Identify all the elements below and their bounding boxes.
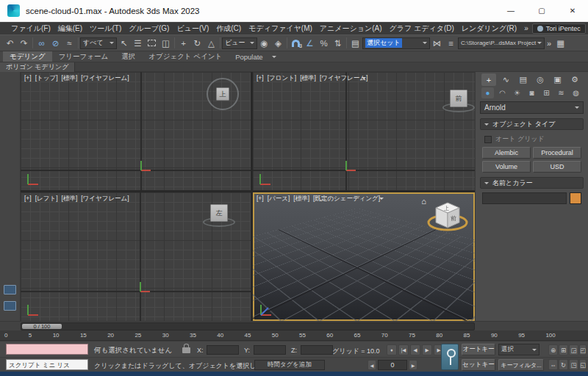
viewport-label[interactable]: [既定のシェーディング] bbox=[313, 195, 380, 203]
cameras-category-button[interactable]: ◙ bbox=[526, 87, 538, 98]
mirror-button[interactable]: ⋈ bbox=[430, 36, 444, 50]
x-coordinate-field[interactable] bbox=[207, 345, 239, 355]
viewport-layout-tab-icon[interactable] bbox=[4, 301, 16, 311]
reference-coordinate-dropdown[interactable]: ビュー bbox=[222, 37, 257, 49]
menu-overflow-button[interactable]: » bbox=[520, 24, 532, 32]
select-and-move-button[interactable]: + bbox=[176, 36, 190, 50]
current-frame-field[interactable]: 0 bbox=[378, 360, 407, 370]
align-button[interactable]: ≡ bbox=[444, 36, 458, 50]
select-and-rotate-button[interactable]: ↻ bbox=[190, 36, 204, 50]
viewport-label[interactable]: [標準] bbox=[293, 195, 309, 203]
motion-tab[interactable]: ◎ bbox=[533, 73, 548, 86]
z-coordinate-field[interactable] bbox=[301, 345, 333, 355]
select-and-scale-button[interactable]: △ bbox=[204, 36, 218, 50]
usd-button[interactable]: USD bbox=[533, 161, 581, 173]
utilities-tab[interactable]: ⚙ bbox=[567, 73, 582, 86]
helpers-category-button[interactable]: ⊞ bbox=[540, 87, 553, 98]
undo-button[interactable]: ↶ bbox=[3, 36, 17, 50]
time-slider-handle[interactable]: 0 / 100 bbox=[22, 324, 62, 329]
viewport-label[interactable]: [標準] bbox=[62, 74, 78, 83]
select-region-button[interactable] bbox=[145, 36, 159, 50]
viewport-label[interactable]: [標準] bbox=[300, 74, 316, 83]
named-selection-sets-dropdown[interactable]: 選択セット bbox=[362, 37, 430, 49]
viewport-label[interactable]: [ワイヤフレーム] bbox=[320, 74, 368, 83]
zoom-extents-button[interactable]: ◲ bbox=[569, 344, 578, 355]
window-crossing-toggle[interactable]: ◫ bbox=[159, 36, 173, 50]
spinner-snap-toggle[interactable]: ⇅ bbox=[331, 36, 345, 50]
set-keys-button[interactable] bbox=[441, 344, 459, 370]
ribbon-tab-populate[interactable]: Populate bbox=[229, 51, 270, 62]
viewport-top[interactable]: [+][トップ][標準][ワイヤフレーム] 上 bbox=[21, 72, 251, 190]
redo-button[interactable]: ↷ bbox=[17, 36, 31, 50]
project-folder-field[interactable]: C:\Storage\P...dsMax Project bbox=[458, 37, 545, 49]
bind-to-space-warp-button[interactable]: ≈ bbox=[62, 36, 76, 50]
zoom-region-button[interactable]: ◰ bbox=[579, 344, 587, 355]
viewport-label[interactable]: [標準] bbox=[62, 195, 78, 203]
maximize-button[interactable]: ▢ bbox=[526, 0, 557, 21]
viewcube-front-face[interactable]: 前 bbox=[450, 90, 467, 107]
percent-snap-toggle[interactable]: % bbox=[317, 36, 331, 50]
menu-item[interactable]: アニメーション(A) bbox=[316, 22, 386, 35]
maximize-viewport-toggle[interactable]: ◳ bbox=[569, 359, 578, 370]
key-mode-toggle[interactable]: ♦ bbox=[387, 344, 397, 355]
viewcube-top-face[interactable]: 上 bbox=[216, 87, 229, 101]
maxscript-mini-listener[interactable]: スクリプト ミニ リス bbox=[6, 359, 88, 370]
volume-button[interactable]: Volume bbox=[482, 161, 531, 173]
viewcube-3d[interactable]: 上 前 bbox=[426, 195, 469, 234]
viewport-label[interactable]: [ワイヤフレーム] bbox=[81, 74, 129, 83]
edit-named-selection-sets-button[interactable]: ▤ bbox=[348, 36, 362, 50]
viewport-label[interactable]: [レフト] bbox=[35, 195, 58, 203]
key-selection-dropdown[interactable]: 選択 bbox=[498, 344, 539, 355]
field-of-view-button[interactable]: ◱ bbox=[579, 359, 587, 370]
object-name-field[interactable] bbox=[482, 192, 567, 204]
auto-key-button[interactable]: オートキー bbox=[462, 344, 495, 355]
ribbon-tab-object-paint[interactable]: オブジェクト ペイント bbox=[142, 51, 229, 62]
viewcube-top-label[interactable]: 上 bbox=[444, 206, 449, 211]
object-category-dropdown[interactable]: Arnold bbox=[480, 101, 584, 114]
object-color-swatch[interactable] bbox=[570, 192, 581, 204]
macro-recorder-field[interactable] bbox=[6, 344, 88, 355]
go-to-start-button[interactable]: |◀ bbox=[398, 344, 409, 355]
menu-item[interactable]: グループ(G) bbox=[125, 22, 173, 35]
toolbar-extra-button[interactable]: ▦ bbox=[553, 36, 567, 50]
frame-spin-up-button[interactable]: ▶ bbox=[409, 360, 417, 370]
unlink-selection-button[interactable]: ⊘ bbox=[49, 36, 62, 50]
create-tab[interactable]: + bbox=[481, 73, 496, 86]
select-by-name-button[interactable]: ☰ bbox=[131, 36, 145, 50]
alembic-button[interactable]: Alembic bbox=[482, 147, 531, 159]
geometry-category-button[interactable]: ● bbox=[481, 87, 494, 98]
menu-item[interactable]: ツール(T) bbox=[86, 22, 125, 35]
lights-category-button[interactable]: ☀ bbox=[511, 87, 523, 98]
viewport-label[interactable]: [フロント] bbox=[268, 74, 297, 83]
play-button[interactable]: ▶ bbox=[422, 344, 432, 355]
viewport-label[interactable]: [トップ] bbox=[35, 74, 58, 83]
menu-item[interactable]: 編集(E) bbox=[54, 22, 86, 35]
viewcube-front-label[interactable]: 前 bbox=[451, 215, 456, 222]
set-key-button[interactable]: セットキー bbox=[462, 359, 495, 371]
key-filters-button[interactable]: キーフィルタ... bbox=[498, 359, 544, 371]
systems-category-button[interactable]: ◍ bbox=[570, 87, 582, 98]
time-slider-track[interactable]: 0 / 100 bbox=[21, 322, 475, 330]
pan-button[interactable]: ⇔ bbox=[548, 359, 558, 370]
toolbar-overflow-button[interactable]: » bbox=[545, 39, 553, 48]
viewport-layout-tab-icon[interactable] bbox=[4, 285, 16, 294]
name-color-rollout-header[interactable]: 名前とカラー bbox=[480, 177, 584, 189]
orbit-button[interactable]: ↻ bbox=[559, 359, 568, 370]
display-tab[interactable]: ▣ bbox=[551, 73, 565, 86]
ribbon-options-icon[interactable] bbox=[272, 56, 276, 60]
menu-item[interactable]: ビュー(V) bbox=[173, 22, 212, 35]
viewport-label[interactable]: [+] bbox=[257, 74, 264, 83]
viewport-label[interactable]: [+] bbox=[257, 195, 264, 203]
angle-snap-toggle[interactable]: ∠ bbox=[303, 36, 317, 50]
viewcube-home-icon[interactable]: ⌂ bbox=[421, 197, 426, 206]
ribbon-tab-modeling[interactable]: モデリング bbox=[3, 51, 52, 62]
select-and-link-button[interactable]: ∞ bbox=[35, 36, 49, 50]
ribbon-tab-freeform[interactable]: フリーフォーム bbox=[52, 51, 115, 62]
close-button[interactable]: ✕ bbox=[557, 0, 588, 21]
zoom-all-button[interactable]: ⊞ bbox=[559, 344, 568, 355]
menu-item[interactable]: 作成(C) bbox=[212, 22, 245, 35]
use-pivot-center-button[interactable]: ◉ bbox=[257, 36, 271, 50]
zoom-button[interactable]: ⊕ bbox=[548, 344, 558, 355]
frame-spin-down-button[interactable]: ◀ bbox=[368, 360, 376, 370]
menu-item[interactable]: ファイル(F) bbox=[7, 22, 54, 35]
